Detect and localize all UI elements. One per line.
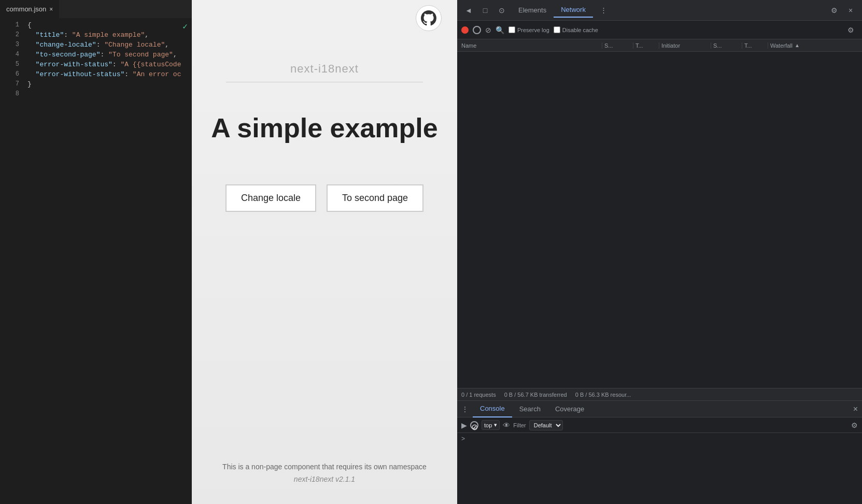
disable-cache-label[interactable]: Disable cache	[554, 26, 598, 33]
console-chevron-icon: >	[461, 435, 465, 442]
console-context-arrow: ▾	[494, 422, 497, 428]
tab-filename: common.json	[6, 5, 46, 13]
line-num: 1	[0, 20, 19, 30]
tab-elements[interactable]: Elements	[511, 3, 554, 18]
page-title: A simple example	[211, 113, 437, 143]
console-eye-icon[interactable]: 👁	[503, 421, 510, 429]
console-toolbar: ▶ ⊘ top ▾ 👁 Filter Default ⚙	[457, 417, 862, 433]
console-body[interactable]: >	[457, 433, 862, 504]
page-subtitle: next-i18next	[290, 62, 359, 76]
console-tab-bar: ⋮ Console Search Coverage ×	[457, 401, 862, 417]
coverage-tab-label: Coverage	[555, 405, 584, 413]
line-num: 4	[0, 50, 19, 60]
col-name-header[interactable]: Name	[457, 42, 602, 49]
github-button[interactable]	[416, 5, 442, 31]
devtools-tabs: Elements Network ⋮	[511, 3, 825, 18]
line-num: 2	[0, 30, 19, 40]
disable-cache-text: Disable cache	[562, 27, 598, 33]
tab-close-icon[interactable]: ×	[49, 6, 53, 13]
preserve-log-label[interactable]: Preserve log	[508, 26, 549, 33]
console-block-icon[interactable]: ⊘	[470, 421, 478, 429]
console-context-label: top	[484, 422, 492, 428]
tab-elements-label: Elements	[518, 6, 546, 14]
console-filter-label: Filter	[513, 422, 526, 428]
waterfall-label: Waterfall	[770, 42, 793, 49]
tab-more-icon: ⋮	[600, 6, 607, 14]
console-tab-coverage[interactable]: Coverage	[548, 401, 591, 417]
console-panel: ⋮ Console Search Coverage × ▶ ⊘ top ▾ 👁 …	[457, 400, 862, 504]
col-waterfall-header[interactable]: Waterfall ▲	[768, 42, 862, 49]
col-initiator-header[interactable]: Initiator	[659, 42, 711, 49]
editor-check-icon: ✓	[182, 21, 188, 32]
console-drawer-btn[interactable]: ⊙	[494, 3, 509, 18]
code-line: }	[27, 79, 188, 89]
page-buttons: Change locale To second page	[225, 184, 423, 212]
resources-size: 0 B / 56.3 KB resour...	[575, 392, 631, 398]
console-tab-label: Console	[480, 405, 505, 412]
code-line: {	[27, 20, 188, 30]
console-tab-console[interactable]: Console	[473, 401, 512, 417]
console-exec-icon[interactable]: ▶	[461, 421, 467, 429]
record-button[interactable]	[461, 26, 469, 34]
editor-tab[interactable]: common.json ×	[0, 0, 60, 18]
devtools-panel: ◄ □ ⊙ Elements Network ⋮ ⚙ × ⊘ 🔍 Preserv…	[457, 0, 862, 504]
devtools-settings-btn[interactable]: ⚙	[827, 3, 841, 18]
line-num: 8	[0, 89, 19, 99]
editor-tab-bar: common.json ×	[0, 0, 192, 18]
network-settings-btn[interactable]: ⚙	[843, 23, 858, 37]
editor-panel: common.json × 1 2 3 4 5 6 7 8 { "title":…	[0, 0, 192, 504]
tab-network-label: Network	[561, 6, 586, 13]
console-more-icon[interactable]: ⋮	[461, 405, 469, 413]
page-divider	[226, 82, 423, 82]
transferred-size: 0 B / 56.7 KB transferred	[504, 392, 567, 398]
console-prompt: >	[461, 435, 858, 442]
to-second-page-button[interactable]: To second page	[327, 184, 423, 212]
line-num: 7	[0, 79, 19, 89]
change-locale-button[interactable]: Change locale	[225, 184, 316, 212]
line-num: 3	[0, 40, 19, 50]
preserve-log-checkbox[interactable]	[508, 26, 515, 33]
line-num: 5	[0, 60, 19, 69]
status-bar: 0 / 1 requests 0 B / 56.7 KB transferred…	[457, 388, 862, 400]
devtools-topbar: ◄ □ ⊙ Elements Network ⋮ ⚙ ×	[457, 0, 862, 21]
footer-namespace-text: This is a non-page component that requir…	[192, 463, 457, 471]
inspect-element-btn[interactable]: ◄	[461, 3, 476, 18]
network-toolbar: ⊘ 🔍 Preserve log Disable cache ⚙	[457, 21, 862, 39]
clear-button[interactable]	[473, 26, 481, 34]
code-line: "error-without-status": "An error oc	[27, 69, 188, 79]
console-settings-icon[interactable]: ⚙	[851, 421, 858, 429]
console-context-select[interactable]: top ▾	[482, 420, 500, 430]
waterfall-sort-icon: ▲	[795, 42, 800, 48]
col-status-header[interactable]: S...	[602, 42, 633, 49]
col-time-header[interactable]: T...	[742, 42, 768, 49]
device-toolbar-btn[interactable]: □	[478, 3, 492, 18]
footer-version-text: next-i18next v2.1.1	[192, 475, 457, 483]
code-line: "to-second-page": "To second page",	[27, 50, 188, 60]
devtools-close-btn[interactable]: ×	[843, 3, 858, 18]
search-network-icon[interactable]: 🔍	[496, 26, 504, 34]
tab-network[interactable]: Network	[554, 3, 593, 18]
line-num: 6	[0, 69, 19, 79]
console-close-button[interactable]: ×	[853, 405, 858, 414]
console-tab-search[interactable]: Search	[512, 401, 548, 417]
code-area[interactable]: { "title": "A simple example", "change-l…	[23, 18, 192, 504]
code-line: "title": "A simple example",	[27, 30, 188, 40]
code-line	[27, 89, 188, 99]
code-line: "error-with-status": "A {{statusCode	[27, 60, 188, 69]
tab-more[interactable]: ⋮	[593, 3, 614, 18]
editor-content: 1 2 3 4 5 6 7 8 { "title": "A simple exa…	[0, 18, 192, 504]
browser-content: next-i18next A simple example Change loc…	[192, 0, 457, 504]
code-line: "change-locale": "Change locale",	[27, 40, 188, 50]
github-icon	[421, 10, 436, 26]
search-tab-label: Search	[519, 405, 541, 413]
disable-cache-checkbox[interactable]	[554, 26, 560, 33]
col-type-header[interactable]: T...	[633, 42, 659, 49]
col-size-header[interactable]: S...	[711, 42, 742, 49]
line-numbers: 1 2 3 4 5 6 7 8	[0, 18, 23, 504]
browser-panel: next-i18next A simple example Change loc…	[192, 0, 457, 504]
network-body[interactable]	[457, 52, 862, 388]
console-filter-select[interactable]: Default	[529, 420, 563, 430]
network-table-header: Name S... T... Initiator S... T... Water…	[457, 39, 862, 52]
page-footer: This is a non-page component that requir…	[192, 463, 457, 483]
filter-icon[interactable]: ⊘	[485, 26, 491, 34]
